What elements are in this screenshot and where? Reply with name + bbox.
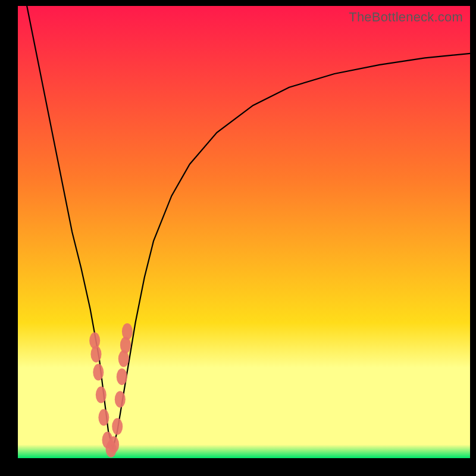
highlight-marker [98,409,109,426]
highlight-marker [117,368,127,385]
chart-frame: TheBottleneck.com [0,0,476,476]
watermark-label: TheBottleneck.com [349,10,463,25]
curve-path [27,6,470,449]
highlight-marker [91,346,102,362]
plot-area: TheBottleneck.com [18,6,470,458]
highlight-marker [115,391,126,408]
highlight-marker [93,364,104,381]
bottleneck-curve [18,6,470,458]
highlight-marker [122,323,133,340]
highlight-marker [112,418,123,435]
marker-group [89,323,133,458]
highlight-marker [96,387,107,403]
highlight-marker [108,436,119,453]
